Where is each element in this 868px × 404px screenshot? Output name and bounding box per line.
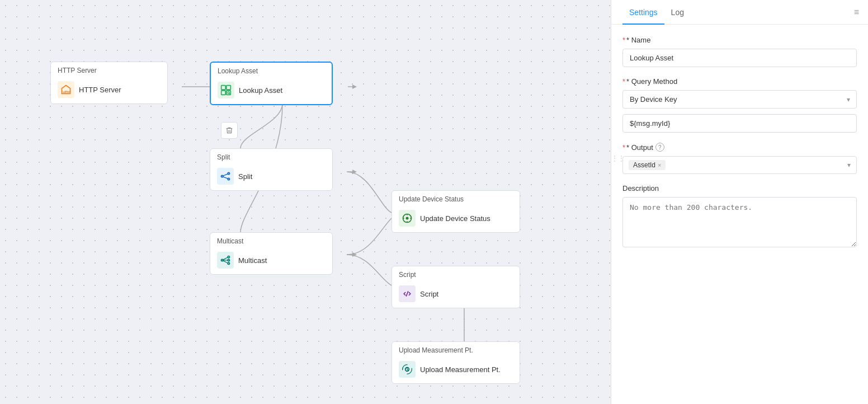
node-lookup-asset[interactable]: Lookup Asset Lookup Asset xyxy=(210,62,333,105)
node-split-header: Split xyxy=(210,149,332,163)
node-update-device-status[interactable]: Update Device Status Update Device Statu… xyxy=(391,190,520,233)
node-update-device-status-label: Update Device Status xyxy=(420,214,490,223)
panel-content: * * Name * * Query Method By Device Key … xyxy=(611,25,868,404)
output-field-group: ⋮⋮ * * Output ? AssetId × ▾ xyxy=(622,143,857,174)
node-upload-measurement[interactable]: Upload Measurement Pt. Upload Measuremen… xyxy=(391,341,520,384)
output-dropdown-chevron-icon[interactable]: ▾ xyxy=(847,161,851,169)
output-tag-input[interactable]: AssetId × ▾ xyxy=(622,156,857,174)
name-label: * * Name xyxy=(622,36,857,44)
update-device-status-icon xyxy=(399,210,416,227)
multicast-icon xyxy=(217,252,234,269)
output-label: * * Output ? xyxy=(622,143,857,152)
description-field-group: Description xyxy=(622,184,857,250)
svg-line-20 xyxy=(223,257,228,260)
node-lookup-asset-label: Lookup Asset xyxy=(239,86,282,95)
node-multicast-header: Multicast xyxy=(210,233,332,247)
upload-measurement-icon xyxy=(399,361,416,378)
svg-line-14 xyxy=(223,174,228,176)
svg-line-15 xyxy=(223,177,228,178)
name-input[interactable] xyxy=(622,49,857,67)
svg-line-22 xyxy=(223,261,228,263)
split-icon xyxy=(217,168,234,185)
http-server-icon: HTTP xyxy=(58,81,74,98)
svg-rect-5 xyxy=(221,86,226,90)
right-panel: Settings Log ≡ * * Name * * Query Method… xyxy=(611,0,868,404)
svg-text:HTTP: HTTP xyxy=(63,91,70,94)
query-method-label: * * Query Method xyxy=(622,77,857,86)
svg-point-13 xyxy=(228,178,229,180)
query-method-field-group: * * Query Method By Device Key ▾ xyxy=(622,77,857,109)
svg-rect-6 xyxy=(227,86,231,90)
script-icon xyxy=(399,285,416,302)
node-http-server[interactable]: HTTP Server HTTP HTTP Server xyxy=(50,62,168,104)
output-tag-close[interactable]: × xyxy=(658,162,661,168)
node-script[interactable]: Script Script xyxy=(391,266,520,308)
svg-point-19 xyxy=(228,262,229,264)
panel-menu-icon[interactable]: ≡ xyxy=(854,7,859,17)
output-tag: AssetId × xyxy=(629,160,666,170)
query-method-select-wrapper: By Device Key ▾ xyxy=(622,90,857,109)
node-multicast-label: Multicast xyxy=(238,256,267,265)
node-script-header: Script xyxy=(392,266,520,281)
drag-handle[interactable]: ⋮⋮ xyxy=(611,154,625,162)
svg-marker-1 xyxy=(352,170,357,174)
panel-tabs: Settings Log ≡ xyxy=(611,0,868,25)
node-update-device-status-header: Update Device Status xyxy=(392,191,520,205)
node-upload-measurement-label: Upload Measurement Pt. xyxy=(420,365,501,374)
svg-point-16 xyxy=(221,259,223,261)
svg-marker-2 xyxy=(352,252,357,257)
node-lookup-asset-header: Lookup Asset xyxy=(211,63,332,77)
svg-marker-0 xyxy=(352,84,357,89)
svg-rect-7 xyxy=(221,91,226,95)
node-split[interactable]: Split Split xyxy=(210,148,333,191)
node-split-label: Split xyxy=(238,172,252,181)
svg-point-11 xyxy=(221,175,223,177)
node-http-server-header: HTTP Server xyxy=(51,62,167,77)
description-label: Description xyxy=(622,184,857,192)
description-textarea[interactable] xyxy=(622,197,857,247)
svg-point-17 xyxy=(228,256,229,258)
tab-settings[interactable]: Settings xyxy=(622,0,664,25)
tab-log[interactable]: Log xyxy=(664,0,691,25)
node-http-server-label: HTTP Server xyxy=(79,86,121,94)
device-key-input[interactable] xyxy=(622,114,857,133)
node-multicast[interactable]: Multicast Multicast xyxy=(210,232,333,275)
canvas-area[interactable]: HTTP Server HTTP HTTP Server Lookup Asse… xyxy=(0,0,611,404)
svg-point-12 xyxy=(228,172,229,174)
node-upload-measurement-header: Upload Measurement Pt. xyxy=(392,342,520,356)
delete-button[interactable] xyxy=(221,122,238,139)
device-key-field-group xyxy=(622,114,857,133)
svg-point-24 xyxy=(406,217,409,220)
query-method-select[interactable]: By Device Key xyxy=(622,90,857,109)
node-script-label: Script xyxy=(420,290,438,298)
svg-point-18 xyxy=(228,259,229,261)
name-field-group: * * Name xyxy=(622,36,857,67)
lookup-asset-icon xyxy=(218,82,234,98)
output-help-icon[interactable]: ? xyxy=(655,143,664,152)
